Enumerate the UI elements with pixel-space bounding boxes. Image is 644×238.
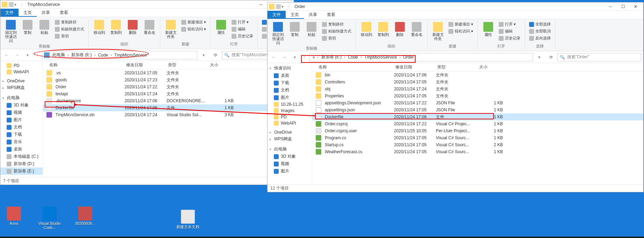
nav-item[interactable]: PD (0, 62, 43, 69)
tab-home[interactable]: 主页 (19, 9, 37, 17)
file-row[interactable]: appsettings.Development.json 2020/11/24 … (312, 99, 643, 106)
history-button[interactable]: 历史记录 (497, 35, 522, 41)
file-row[interactable]: .dockerignore 2020/11/24 17:06 DOCKERIGN… (43, 97, 294, 104)
breadcrumb-item[interactable]: Code (346, 55, 359, 60)
tab-file[interactable]: 文件 (0, 9, 19, 17)
file-row[interactable]: goods 2020/11/24 17:23 文件夹 (43, 76, 294, 83)
file-list[interactable]: bin 2020/11/24 17:06 文件夹 Controllers 202… (312, 72, 643, 184)
quickaccess-icon[interactable] (9, 2, 14, 7)
copy-button[interactable]: 复制 (287, 21, 302, 37)
nav-item[interactable]: 音乐 (0, 138, 43, 146)
nav-item[interactable]: 图片 (0, 116, 43, 124)
desktop-icon[interactable]: Visual Studio Code... (36, 207, 63, 230)
edit-button[interactable]: 编辑 (497, 28, 522, 34)
nav-item[interactable]: WebAPI (0, 69, 43, 75)
nav-item[interactable]: WebAPI (268, 120, 312, 126)
nav-cloud-item[interactable]: ▸OneDrive (0, 78, 43, 84)
moveto-button[interactable]: 移动到 (359, 21, 374, 37)
column-header-type[interactable]: 类型 (434, 64, 476, 70)
nav-item[interactable]: PD (268, 114, 312, 120)
column-headers[interactable]: 名称修改日期类型大小 (43, 61, 294, 69)
nav-item[interactable]: 桌面 (268, 72, 312, 79)
desktop-txt-icon[interactable]: 新建文本文档 (175, 210, 201, 230)
nav-cloud-item[interactable]: ▸OneDrive (268, 129, 312, 135)
copyto-button[interactable]: 复制到 (108, 19, 124, 35)
breadcrumb-item[interactable]: 此电脑 (51, 52, 66, 58)
file-row[interactable]: bin 2020/11/24 17:06 文件夹 (312, 72, 643, 79)
newfolder-button[interactable]: 新建文件夹 (163, 19, 178, 39)
up-button[interactable]: ↑ (301, 55, 307, 60)
delete-button[interactable]: 删除 (392, 21, 408, 37)
column-header-name[interactable]: 名称 (46, 62, 123, 68)
properties-button[interactable]: 属性 (213, 19, 229, 35)
copypath-button[interactable]: 复制路径 (321, 21, 353, 27)
desktop-icon[interactable]: 20200826... (72, 207, 98, 230)
breadcrumb-dropdown[interactable]: ▾ (535, 53, 543, 61)
open-button[interactable]: 打开 ▾ (497, 21, 522, 27)
rename-button[interactable]: 重命名 (409, 21, 424, 37)
nav-cloud-item[interactable]: ▸WPS网盘 (268, 135, 312, 143)
file-row[interactable]: Order 2020/11/24 17:22 文件夹 (43, 83, 294, 90)
file-list[interactable]: .vs 2020/11/24 17:05 文件夹 goods 2020/11/2… (43, 69, 294, 177)
breadcrumb[interactable]: 此电脑›新加卷 (E:)›Code›TmpMicroService (42, 51, 197, 59)
refresh-button[interactable]: ⟳ (211, 51, 220, 59)
open-button[interactable]: 打开 ▾ (230, 19, 255, 25)
nav-thispc-header[interactable]: ▾此电脑 (268, 146, 312, 153)
pasteshortcut-button[interactable]: 粘贴快捷方式 (321, 28, 353, 34)
easyaccess-button[interactable]: 轻松访问 ▾ (447, 28, 475, 34)
tab-share[interactable]: 共享 (304, 11, 322, 19)
easyaccess-button[interactable]: 轻松访问 ▾ (180, 26, 207, 32)
nav-item[interactable]: 下载 (0, 131, 43, 138)
forward-button[interactable]: → (13, 51, 21, 59)
nav-item[interactable]: 视频 (268, 160, 312, 168)
nav-item[interactable]: 3D 对象 (0, 102, 43, 109)
file-row[interactable]: .vs 2020/11/24 17:05 文件夹 (43, 69, 294, 76)
tab-view[interactable]: 查看 (55, 9, 73, 17)
file-row[interactable]: Controllers 2020/11/24 17:05 文件夹 (312, 79, 643, 85)
column-header-name[interactable]: 名称 (316, 64, 393, 70)
copyto-button[interactable]: 复制到 (375, 21, 391, 37)
desktop-icon[interactable]: Avira (1, 207, 27, 230)
breadcrumb-item[interactable]: 新加卷 (E:) (70, 52, 93, 58)
back-button[interactable]: ← (270, 53, 278, 61)
column-header-type[interactable]: 类型 (165, 62, 207, 68)
nav-item[interactable]: 文档 (268, 87, 312, 94)
forward-button[interactable]: → (280, 53, 288, 61)
close-button[interactable]: ✕ (629, 2, 642, 11)
nav-item[interactable]: 3D 对象 (268, 153, 312, 160)
refresh-button[interactable]: ⟳ (547, 53, 555, 61)
minimize-button[interactable]: ─ (255, 0, 267, 9)
file-row[interactable]: TmpMicroService.sln 2020/11/24 17:24 Vis… (43, 111, 294, 118)
nav-item[interactable]: 文档 (0, 124, 43, 131)
titlebar[interactable]: ▾ | Order ─ ☐ ✕ (268, 2, 643, 11)
pin-button[interactable]: 固定到快速访问 (3, 19, 19, 44)
tab-view[interactable]: 查看 (322, 11, 340, 19)
column-header-size[interactable]: 大小 (476, 64, 504, 70)
moveto-button[interactable]: 移动到 (92, 19, 107, 35)
newitem-button[interactable]: 新建项目 ▾ (180, 19, 207, 25)
titlebar[interactable]: ▾ | TmpMicroService ─ ☐ ✕ (0, 0, 294, 9)
cut-button[interactable]: 剪切 (53, 33, 86, 39)
nav-item[interactable]: 桌面 (0, 146, 43, 153)
file-row[interactable]: Dockerfile 2020/11/24 17:06 文件 1 KB (312, 113, 643, 120)
file-row[interactable]: WeatherForecast.cs 2020/11/24 17:05 Visu… (312, 148, 643, 155)
down-icon[interactable]: ▾ (281, 4, 286, 9)
file-row[interactable]: Program.cs 2020/11/24 17:05 Visual C# So… (312, 134, 643, 141)
nav-thispc-header[interactable]: ▾此电脑 (0, 94, 43, 102)
down-icon[interactable]: ▾ (14, 2, 19, 7)
recent-dropdown[interactable]: ▾ (291, 53, 299, 61)
file-row[interactable]: Order.csproj 2020/11/24 17:22 Visual C# … (312, 120, 643, 127)
nav-item[interactable]: 下载 (268, 79, 312, 87)
breadcrumb-item[interactable]: 新加卷 (E:) (320, 54, 343, 60)
nav-cloud-item[interactable]: ▸WPS网盘 (0, 84, 43, 91)
tab-home[interactable]: 主页 (286, 11, 304, 19)
newitem-button[interactable]: 新建项目 ▾ (447, 21, 475, 27)
nav-item[interactable]: Images (268, 107, 312, 114)
history-button[interactable]: 历史记录 (230, 33, 255, 39)
file-row[interactable]: Order.csproj.user 2020/11/25 10:05 Per-U… (312, 127, 643, 134)
cut-button[interactable]: 剪切 (321, 35, 353, 41)
back-button[interactable]: ← (2, 51, 11, 59)
tab-file[interactable]: 文件 (268, 11, 286, 19)
nav-item[interactable]: 新加卷 (D:) (0, 160, 43, 168)
column-header-modified[interactable]: 修改日期 (123, 62, 165, 68)
